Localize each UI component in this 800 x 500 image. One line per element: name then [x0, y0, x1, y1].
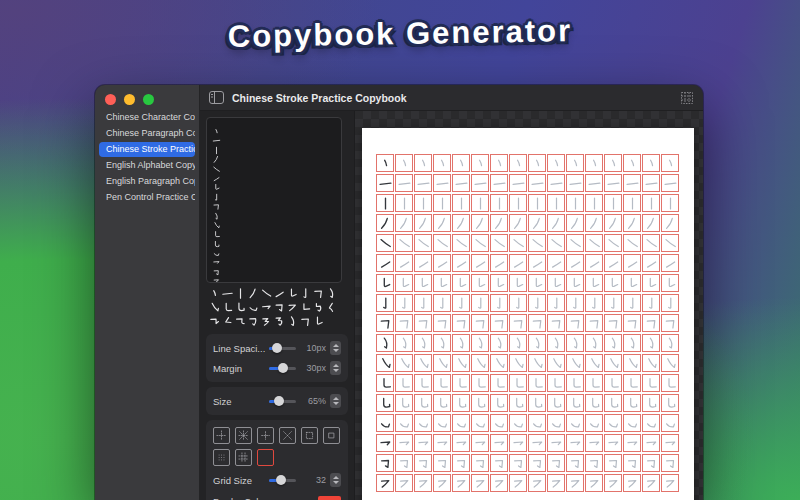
- stroke-glyph-na: [625, 236, 640, 251]
- trace-cell: [452, 374, 470, 392]
- stroke-glyph-na: [568, 236, 583, 251]
- sidebar-item[interactable]: Chinese Stroke Practic...: [99, 142, 195, 157]
- trace-cell: [414, 294, 432, 312]
- trace-cell: [642, 194, 660, 212]
- tian-grid-option[interactable]: [213, 427, 230, 444]
- size-slider[interactable]: [269, 400, 296, 403]
- trace-cell: [452, 234, 470, 252]
- sidebar-item[interactable]: English Paragraph Copy...: [99, 174, 195, 189]
- zoom-button[interactable]: [143, 94, 154, 105]
- lead-cell: [376, 354, 394, 372]
- sidebar-toggle-icon[interactable]: [209, 91, 224, 104]
- trace-cell: [566, 474, 584, 492]
- mi-grid-option[interactable]: [235, 427, 252, 444]
- trace-cell: [471, 454, 489, 472]
- stroke-glyph-xie-gou: [378, 356, 393, 371]
- canvas-area[interactable]: [355, 111, 703, 500]
- trace-cell: [414, 314, 432, 332]
- stroke-input-line: [212, 141, 341, 150]
- trace-cell: [471, 334, 489, 352]
- stroke-glyph-heng-gou: [644, 436, 659, 451]
- stroke-glyph-heng-pie: [473, 476, 488, 491]
- cross-grid-icon: [260, 430, 271, 441]
- close-button[interactable]: [105, 94, 116, 105]
- stroke-glyph-shu-ti: [416, 276, 431, 291]
- stroke-glyph-na: [663, 236, 678, 251]
- stroke-glyph-pie: [644, 216, 659, 231]
- grid-size-label: Grid Size: [213, 475, 265, 486]
- trace-cell: [414, 154, 432, 172]
- minimize-button[interactable]: [124, 94, 135, 105]
- stroke-glyph-na: [260, 287, 273, 300]
- dot-grid-option[interactable]: [213, 449, 230, 466]
- grid-size-stepper[interactable]: [330, 473, 341, 487]
- margin-slider[interactable]: [269, 367, 296, 370]
- trace-cell: [509, 234, 527, 252]
- stroke-glyph-shu-gou: [378, 296, 393, 311]
- stroke-glyph-wan-gou: [416, 336, 431, 351]
- grid-view-icon[interactable]: [681, 92, 693, 104]
- stroke-glyph-heng-zhe-zhe-zhe-gou: [273, 315, 286, 328]
- stroke-input-line: [212, 225, 341, 234]
- line-spacing-slider[interactable]: [269, 347, 296, 350]
- fine-grid-option[interactable]: [235, 449, 252, 466]
- trace-cell: [547, 294, 565, 312]
- stroke-glyph-xie-gou: [454, 356, 469, 371]
- stroke-input-line: [212, 216, 341, 225]
- stroke-glyph-ti: [549, 256, 564, 271]
- plain-grid-option[interactable]: [257, 449, 274, 466]
- trace-cell: [433, 214, 451, 232]
- stroke-glyph-ti: [606, 256, 621, 271]
- stroke-glyph-heng: [530, 176, 545, 191]
- stroke-input[interactable]: [206, 117, 342, 283]
- trace-cell: [490, 254, 508, 272]
- trace-cell: [433, 254, 451, 272]
- margin-stepper[interactable]: [330, 361, 341, 375]
- trace-cell: [490, 274, 508, 292]
- stroke-glyph-heng-zhe: [511, 316, 526, 331]
- stroke-glyph-shu: [549, 196, 564, 211]
- line-spacing-stepper[interactable]: [330, 341, 341, 355]
- trace-cell: [528, 474, 546, 492]
- stroke-glyph-shu-gou: [530, 296, 545, 311]
- stroke-glyph-heng: [473, 176, 488, 191]
- trace-cell: [661, 454, 679, 472]
- trace-cell: [566, 214, 584, 232]
- dashed-grid-icon: [304, 430, 315, 441]
- hui-grid-option[interactable]: [323, 427, 340, 444]
- dashed-grid-option[interactable]: [301, 427, 318, 444]
- trace-cell: [566, 414, 584, 432]
- stroke-glyph-heng-zhe: [299, 315, 312, 328]
- trace-cell: [642, 474, 660, 492]
- size-stepper[interactable]: [330, 394, 341, 408]
- stroke-glyph-heng-gou: [397, 436, 412, 451]
- cross-grid-option[interactable]: [257, 427, 274, 444]
- trace-cell: [623, 194, 641, 212]
- trace-cell: [604, 294, 622, 312]
- sidebar-item[interactable]: English Alphabet Copyb...: [99, 158, 195, 173]
- stroke-glyph-heng-pie: [663, 476, 678, 491]
- x-grid-option[interactable]: [279, 427, 296, 444]
- sidebar-item[interactable]: Chinese Paragraph Cop...: [99, 126, 195, 141]
- stroke-glyph-shu: [435, 196, 450, 211]
- stroke-glyph-shu-gou: [397, 296, 412, 311]
- trace-cell: [528, 374, 546, 392]
- stroke-glyph-wo-gou: [454, 416, 469, 431]
- sidebar-item[interactable]: Chinese Character Cop...: [99, 110, 195, 125]
- stroke-glyph-dian: [435, 156, 450, 171]
- trace-cell: [452, 174, 470, 192]
- trace-cell: [452, 274, 470, 292]
- trace-cell: [528, 434, 546, 452]
- trace-cell: [642, 314, 660, 332]
- grid-size-slider[interactable]: [269, 479, 296, 482]
- stroke-glyph-shu-wan-gou: [473, 396, 488, 411]
- stroke-input-line: [212, 122, 341, 131]
- trace-cell: [528, 294, 546, 312]
- stroke-glyph-shu-wan: [549, 376, 564, 391]
- trace-cell: [623, 294, 641, 312]
- stroke-glyph-shu-wan-gou: [454, 396, 469, 411]
- border-color-swatch[interactable]: [318, 496, 341, 500]
- sidebar-item[interactable]: Pen Control Practice C...: [99, 190, 195, 205]
- stroke-glyph-heng-zhe-gou: [378, 456, 393, 471]
- sidebar: Chinese Character Cop...Chinese Paragrap…: [95, 85, 200, 500]
